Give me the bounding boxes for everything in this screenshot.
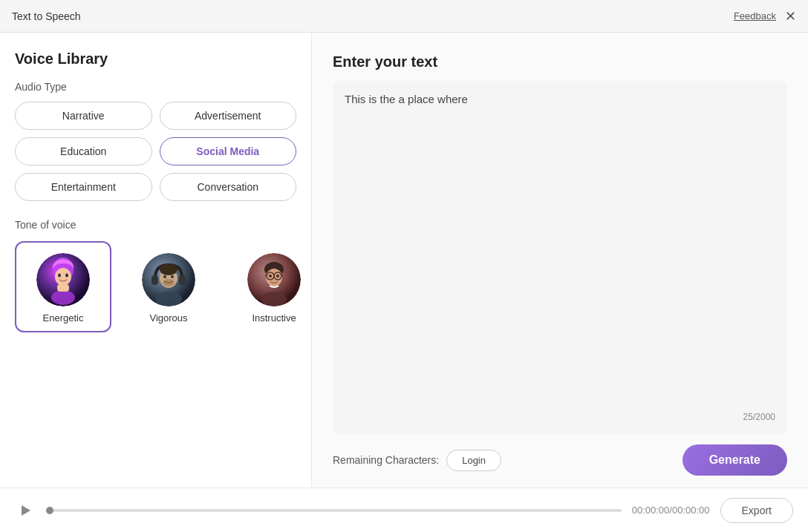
right-panel: Enter your text This is the a place wher… — [312, 33, 808, 487]
text-area-wrapper: This is the a place where 25/2000 — [333, 81, 787, 434]
svg-point-12 — [163, 275, 166, 278]
remaining-chars-section: Remaining Characters: Login — [333, 450, 501, 471]
tone-energetic[interactable]: Energetic — [15, 241, 111, 332]
char-count: 25/2000 — [345, 412, 775, 422]
tone-vigorous[interactable]: Vigorous — [120, 241, 217, 332]
generate-button[interactable]: Generate — [682, 444, 787, 476]
svg-marker-27 — [22, 505, 30, 516]
svg-point-13 — [171, 275, 174, 278]
svg-point-2 — [55, 268, 71, 286]
tone-avatar-energetic — [36, 253, 90, 306]
play-button[interactable] — [15, 500, 36, 521]
audio-type-advertisement[interactable]: Advertisement — [160, 102, 297, 130]
voice-library-title: Voice Library — [15, 50, 296, 68]
tone-vigorous-label: Vigorous — [149, 312, 187, 324]
left-panel: Voice Library Audio Type Narrative Adver… — [0, 33, 312, 487]
tone-energetic-label: Energetic — [43, 312, 84, 324]
svg-line-23 — [281, 275, 283, 276]
time-display: 00:00:00/00:00:00 — [632, 505, 710, 516]
svg-point-4 — [65, 274, 68, 278]
audio-type-grid: Narrative Advertisement Education Social… — [15, 102, 296, 201]
tone-instructive[interactable]: Instructive — [226, 241, 312, 332]
svg-point-24 — [269, 275, 272, 278]
svg-rect-8 — [152, 275, 158, 285]
progress-thumb — [46, 507, 53, 514]
feedback-link[interactable]: Feedback — [734, 10, 776, 22]
svg-point-26 — [261, 292, 287, 306]
bottom-bar: Remaining Characters: Login Generate — [333, 434, 787, 487]
svg-point-15 — [155, 292, 182, 306]
title-bar: Text to Speech Feedback ✕ — [0, 0, 808, 33]
svg-rect-9 — [179, 275, 186, 285]
main-content: Voice Library Audio Type Narrative Adver… — [0, 33, 808, 487]
audio-type-label: Audio Type — [15, 81, 296, 93]
tone-label: Tone of voice — [15, 219, 296, 231]
svg-rect-6 — [57, 284, 69, 292]
enter-text-label: Enter your text — [333, 53, 787, 70]
progress-bar[interactable] — [46, 509, 622, 512]
svg-point-5 — [51, 290, 75, 305]
svg-line-22 — [265, 275, 267, 276]
audio-type-conversation[interactable]: Conversation — [160, 173, 297, 201]
remaining-chars-label: Remaining Characters: — [333, 454, 439, 466]
text-input[interactable]: This is the a place where — [345, 93, 775, 406]
svg-point-25 — [276, 275, 279, 278]
app-title: Text to Speech — [12, 10, 81, 22]
close-button[interactable]: ✕ — [785, 10, 796, 23]
tone-avatar-vigorous — [142, 253, 195, 306]
audio-type-education[interactable]: Education — [15, 137, 152, 165]
audio-type-social-media[interactable]: Social Media — [160, 137, 297, 165]
audio-type-narrative[interactable]: Narrative — [15, 102, 152, 130]
export-button[interactable]: Export — [720, 498, 793, 523]
tone-avatar-instructive — [247, 253, 301, 306]
footer: 00:00:00/00:00:00 Export — [0, 487, 808, 532]
audio-type-entertainment[interactable]: Entertainment — [15, 173, 152, 201]
title-bar-actions: Feedback ✕ — [734, 10, 796, 23]
tone-instructive-label: Instructive — [252, 312, 296, 324]
svg-point-3 — [58, 274, 61, 278]
login-button[interactable]: Login — [446, 450, 501, 471]
tone-grid: Energetic — [15, 241, 296, 332]
svg-point-11 — [160, 263, 177, 275]
